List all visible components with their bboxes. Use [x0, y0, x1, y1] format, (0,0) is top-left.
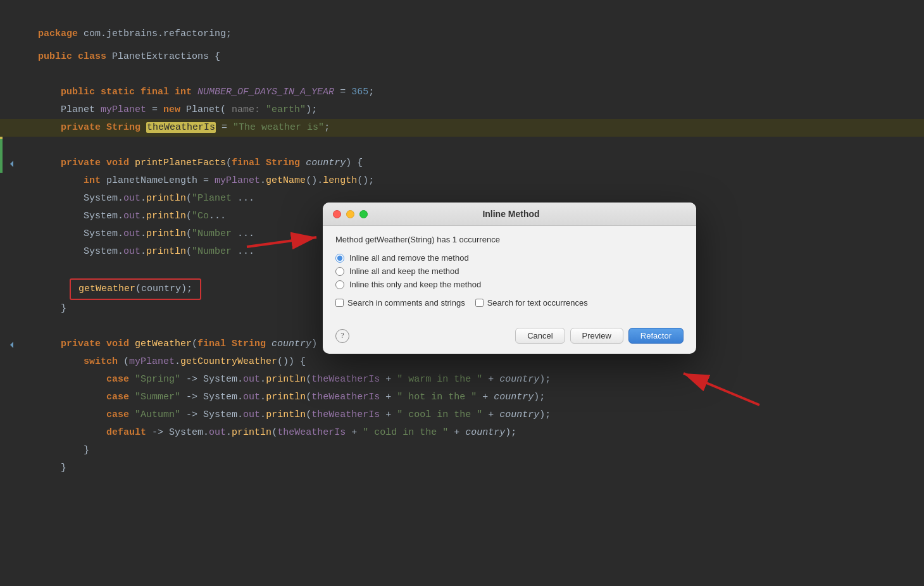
preview-button[interactable]: Preview	[570, 328, 623, 344]
dialog-message: Method getWeather(String) has 1 occurren…	[335, 235, 684, 244]
code-line-switch: switch (myPlanet.getCountryWeather()) {	[0, 353, 924, 371]
radio-inline-all-remove[interactable]: Inline all and remove the method	[335, 253, 684, 263]
code-line-case-spring: case "Spring" -> System.out.println(theW…	[0, 371, 924, 389]
line-content-16: case "Spring" -> System.out.println(theW…	[32, 371, 924, 389]
radio-inline-all-keep-label: Inline all and keep the method	[349, 266, 459, 276]
checkbox-search-text[interactable]: Search for text occurrences	[475, 298, 588, 308]
line-content-2: public class PlanetExtractions {	[32, 48, 924, 66]
radio-inline-all-remove-input[interactable]	[335, 254, 344, 263]
line-content-4: Planet myPlanet = new Planet( name: "ear…	[32, 101, 924, 119]
dialog-title: Inline Method	[336, 209, 686, 219]
code-line-empty-3	[0, 137, 924, 154]
radio-inline-all-remove-label: Inline all and remove the method	[349, 253, 469, 263]
dialog-body: Method getWeather(String) has 1 occurren…	[323, 226, 696, 328]
code-line-printfacts: private void printPlanetFacts(final Stri…	[0, 154, 924, 172]
checkbox-search-text-input[interactable]	[475, 299, 484, 307]
line-content-19: default -> System.out.println(theWeather…	[32, 424, 924, 442]
checkbox-search-comments[interactable]: Search in comments and strings	[335, 298, 465, 308]
line-content-20: }	[32, 442, 924, 459]
refactor-button[interactable]: Refactor	[628, 328, 684, 344]
code-line-namelength: int planetNameLength = myPlanet.getName(…	[0, 172, 924, 190]
radio-inline-all-keep-input[interactable]	[335, 267, 344, 276]
code-line-case-summer: case "Summer" -> System.out.println(theW…	[0, 389, 924, 406]
line-content-21: }	[32, 459, 924, 477]
line-content-5: private String theWeatherIs = "The weath…	[32, 119, 924, 137]
code-line-empty-2	[0, 66, 924, 84]
code-editor: package com.jetbrains.refactoring; publi…	[0, 0, 924, 586]
radio-inline-this-keep-input[interactable]	[335, 280, 344, 289]
checkbox-search-comments-label: Search in comments and strings	[347, 298, 465, 308]
radio-inline-this-keep-label: Inline this only and keep the method	[349, 280, 481, 289]
cancel-button[interactable]: Cancel	[515, 328, 565, 344]
line-content-6: private void printPlanetFacts(final Stri…	[32, 154, 924, 172]
code-line-const: public static final int NUMBER_OF_DAYS_I…	[0, 84, 924, 101]
red-border-box: getWeather(country);	[70, 278, 201, 300]
radio-group: Inline all and remove the method Inline …	[335, 253, 684, 289]
help-button[interactable]: ?	[335, 329, 349, 343]
code-line-class: public class PlanetExtractions {	[0, 48, 924, 66]
checkbox-search-comments-input[interactable]	[335, 299, 344, 307]
line-content-15: switch (myPlanet.getCountryWeather()) {	[32, 353, 924, 371]
code-line-close3: }	[0, 459, 924, 477]
radio-inline-all-keep[interactable]: Inline all and keep the method	[335, 266, 684, 276]
code-line-close2: }	[0, 442, 924, 459]
dialog-footer: ? Cancel Preview Refactor	[323, 328, 696, 354]
checkbox-search-text-label: Search for text occurrences	[487, 298, 588, 308]
line-content-3: public static final int NUMBER_OF_DAYS_I…	[32, 84, 924, 101]
line-content-17: case "Summer" -> System.out.println(theW…	[32, 389, 924, 406]
checkbox-row: Search in comments and strings Search fo…	[335, 298, 684, 308]
dialog-titlebar: Inline Method	[323, 203, 696, 226]
code-line-case-autumn: case "Autumn" -> System.out.println(theW…	[0, 406, 924, 424]
inline-method-dialog: Inline Method Method getWeather(String) …	[323, 203, 696, 354]
line-content-18: case "Autumn" -> System.out.println(theW…	[32, 406, 924, 424]
code-line-default: default -> System.out.println(theWeather…	[0, 424, 924, 442]
code-line-empty-1	[0, 30, 924, 48]
code-line-planet: Planet myPlanet = new Planet( name: "ear…	[0, 101, 924, 119]
code-line-weather-field: private String theWeatherIs = "The weath…	[0, 119, 924, 137]
line-content-7: int planetNameLength = myPlanet.getName(…	[32, 172, 924, 190]
radio-inline-this-keep[interactable]: Inline this only and keep the method	[335, 280, 684, 289]
